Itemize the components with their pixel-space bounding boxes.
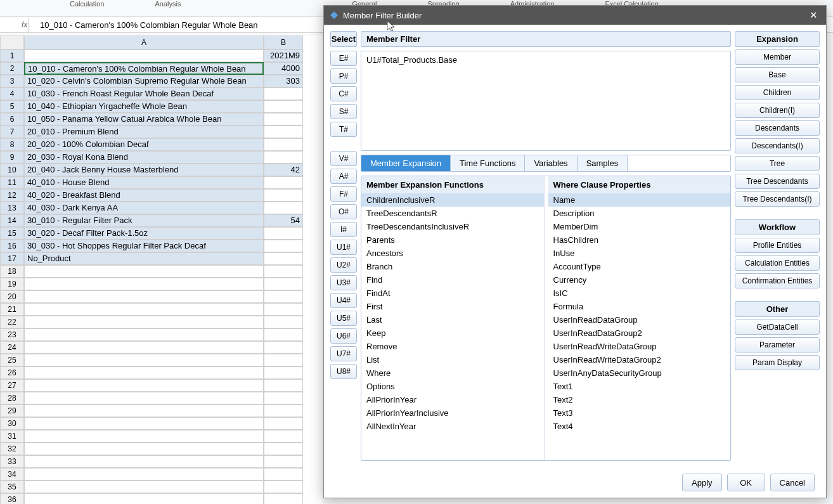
dim-button-o[interactable]: O# [330,204,357,219]
list-item[interactable]: UserInReadWriteDataGroup2 [548,353,731,366]
cell-a[interactable] [24,455,264,468]
cell-a[interactable]: 20_020 - 100% Colombian Decaf [24,138,264,151]
row-header[interactable]: 33 [0,455,24,468]
list-item[interactable]: InUse [548,247,731,260]
cell-a[interactable] [24,493,264,504]
cell-b[interactable]: 54 [264,214,303,227]
cell-b[interactable] [264,493,303,504]
dim-button-c[interactable]: C# [330,86,357,101]
cell-b[interactable] [264,341,303,354]
expansion-button-children-i-[interactable]: Children(I) [735,103,820,118]
member-filter-textarea[interactable]: U1#Total_Products.Base [361,51,731,151]
dim-button-f[interactable]: F# [330,186,357,202]
row-header[interactable]: 14 [0,214,24,227]
expansion-button-base[interactable]: Base [735,67,820,82]
dim-button-e[interactable]: E# [330,51,357,66]
expansion-button-tree-descendants-i-[interactable]: Tree Descendants(I) [735,191,820,207]
fx-icon[interactable]: fx [0,20,28,29]
list-item[interactable]: HasChildren [548,233,731,247]
dim-button-u1[interactable]: U1# [330,240,357,255]
tab-samples[interactable]: Samples [578,155,628,171]
row-header[interactable]: 11 [0,176,24,189]
cell-a[interactable] [24,404,264,417]
col-header-b[interactable]: B [264,36,303,49]
list-item[interactable]: Ancestors [361,247,544,260]
cell-b[interactable] [264,366,303,379]
cell-a[interactable]: 10_020 - Celvin's Colombian Supremo Regu… [24,75,264,87]
row-header[interactable]: 4 [0,87,24,100]
dim-button-i[interactable]: I# [330,222,357,237]
cell-b[interactable] [264,290,303,303]
cell-a[interactable] [24,278,264,290]
row-header[interactable]: 30 [0,417,24,430]
cell-a[interactable]: 40_010 - House Blend [24,176,264,189]
cell-b[interactable] [264,151,303,164]
cell-a[interactable]: 30_010 - Regular Filter Pack [24,214,264,227]
cell-a[interactable] [24,430,264,443]
list-item[interactable]: UserInReadDataGroup2 [548,326,731,340]
cell-b[interactable]: 4000 [264,62,303,75]
cell-a[interactable]: 10_010 - Cameron's 100% Colombian Regula… [24,62,264,75]
list-item[interactable]: First [361,300,544,313]
row-header[interactable]: 28 [0,392,24,404]
list-item[interactable]: AllPriorInYear [361,393,544,406]
list-item[interactable]: TreeDescendantsInclusiveR [361,220,544,233]
list-item[interactable]: Keep [361,326,544,340]
cell-a[interactable] [24,303,264,316]
row-header[interactable]: 24 [0,341,24,354]
row-header[interactable]: 22 [0,316,24,328]
row-header[interactable]: 16 [0,240,24,252]
cell-b[interactable] [264,354,303,366]
list-item[interactable]: Text2 [548,393,731,406]
workflow-button-profile-entities[interactable]: Profile Entities [735,238,820,253]
list-item[interactable]: Options [361,380,544,393]
cell-b[interactable] [264,430,303,443]
right-list[interactable]: NameDescriptionMemberDimHasChildrenInUse… [548,193,731,460]
row-header[interactable]: 34 [0,468,24,481]
row-header[interactable]: 29 [0,404,24,417]
tab-variables[interactable]: Variables [525,155,577,171]
row-header[interactable]: 35 [0,481,24,493]
cell-b[interactable]: 42 [264,164,303,176]
workflow-button-calculation-entities[interactable]: Calculation Entities [735,255,820,271]
expansion-button-tree-descendants[interactable]: Tree Descendants [735,174,820,189]
apply-button[interactable]: Apply [682,474,722,491]
row-header[interactable]: 12 [0,189,24,202]
cell-a[interactable] [24,392,264,404]
dim-button-a[interactable]: A# [330,169,357,184]
cell-b[interactable] [264,100,303,113]
list-item[interactable]: UserInAnyDataSecurityGroup [548,366,731,380]
list-item[interactable]: AccountType [548,260,731,273]
cell-b[interactable] [264,278,303,290]
cell-a[interactable]: 20_040 - Jack Benny House Masterblend [24,164,264,176]
cell-b[interactable] [264,252,303,265]
list-item[interactable]: TreeDescendantsR [361,207,544,220]
row-header[interactable]: 2 [0,62,24,75]
cell-a[interactable] [24,328,264,341]
list-item[interactable]: Text1 [548,380,731,393]
other-button-param-display[interactable]: Param Display [735,355,820,370]
dim-button-s[interactable]: S# [330,104,357,119]
cell-a[interactable] [24,265,264,278]
other-button-parameter[interactable]: Parameter [735,337,820,352]
cell-b[interactable]: 2021M9 [264,49,303,62]
cell-a[interactable]: 10_040 - Ethiopian Yirgacheffe Whole Bea… [24,100,264,113]
cell-b[interactable] [264,404,303,417]
expansion-button-descendants[interactable]: Descendants [735,120,820,136]
cell-a[interactable]: 10_050 - Panama Yellow Catuai Arabica Wh… [24,113,264,126]
row-header[interactable]: 17 [0,252,24,265]
row-header[interactable]: 1 [0,49,24,62]
col-header-a[interactable]: A [24,36,264,49]
cell-a[interactable] [24,468,264,481]
tab-member-expansion[interactable]: Member Expansion [361,155,451,171]
other-button-getdatacell[interactable]: GetDataCell [735,320,820,335]
close-icon[interactable]: ✕ [801,6,826,25]
left-list[interactable]: ChildrenInclusiveRTreeDescendantsRTreeDe… [361,193,544,460]
row-header[interactable]: 9 [0,151,24,164]
list-item[interactable]: MemberDim [548,220,731,233]
workflow-button-confirmation-entities[interactable]: Confirmation Entities [735,273,820,288]
list-item[interactable]: Text3 [548,406,731,420]
cell-b[interactable] [264,189,303,202]
cell-a[interactable] [24,481,264,493]
spreadsheet[interactable]: A B 12021M9210_010 - Cameron's 100% Colo… [0,36,323,504]
